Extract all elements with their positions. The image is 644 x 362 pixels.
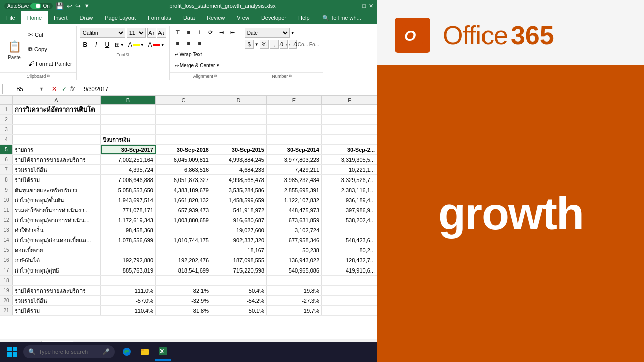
cell[interactable]: 1,458,599,659 <box>211 195 267 205</box>
borders-dropdown[interactable]: ▼ <box>120 43 124 47</box>
number-format-dropdown[interactable]: ▼ <box>291 31 295 35</box>
cell[interactable]: 110.4% <box>101 306 156 315</box>
row-number[interactable]: 12 <box>0 215 13 225</box>
format-painter-button[interactable]: 🖌 Format Painter <box>27 60 73 68</box>
highlight-dropdown[interactable]: ▼ <box>140 43 144 47</box>
cell[interactable] <box>211 115 267 124</box>
restore-btn[interactable]: □ <box>362 3 366 9</box>
font-size-select[interactable]: 11 <box>127 28 146 38</box>
cell[interactable]: 673,631,859 <box>267 215 322 225</box>
customize-icon[interactable]: ▼ <box>84 3 90 9</box>
cell[interactable] <box>322 115 377 124</box>
cell[interactable]: 81.8% <box>156 306 211 315</box>
cell[interactable]: 5,058,553,650 <box>101 185 156 195</box>
row-number[interactable]: 14 <box>0 235 13 245</box>
cell[interactable]: 50.4% <box>211 286 267 295</box>
col-header-d[interactable]: D <box>211 96 267 104</box>
tab-formulas[interactable]: Formulas <box>142 11 177 24</box>
cell[interactable]: 916,680,687 <box>211 215 267 225</box>
taskbar-edge-icon[interactable] <box>119 343 135 361</box>
cell[interactable]: 10,221,1... <box>322 165 377 174</box>
row-number[interactable]: 7 <box>0 165 13 174</box>
merge-center-button[interactable]: ⇔ Merge & Center ▼ <box>173 60 222 70</box>
cell[interactable]: 3,977,803,223 <box>267 155 322 164</box>
cell[interactable]: 1,078,556,699 <box>101 235 156 245</box>
row-number[interactable]: 15 <box>0 245 13 255</box>
row-number[interactable]: 19 <box>0 286 13 295</box>
cell[interactable] <box>156 225 211 235</box>
tab-tell-me[interactable]: 🔍 Tell me wh... <box>316 11 367 24</box>
cell[interactable]: -27.3% <box>267 296 322 305</box>
cell[interactable]: 1,943,697,514 <box>101 195 156 205</box>
cell[interactable]: ปีงบการเงิน <box>101 135 156 144</box>
cell[interactable]: รายได้จากการขายและบริการ <box>13 155 101 164</box>
font-expand-icon[interactable]: ⧉ <box>126 52 129 57</box>
row-number[interactable]: 4 <box>0 135 13 144</box>
cell[interactable] <box>322 225 377 235</box>
italic-button[interactable]: I <box>91 40 101 50</box>
cell[interactable] <box>101 115 156 124</box>
cell[interactable]: 111.0% <box>101 286 156 295</box>
number-format-select[interactable]: Date <box>245 28 290 38</box>
cell[interactable] <box>322 105 377 114</box>
row-number[interactable]: 20 <box>0 296 13 305</box>
underline-button[interactable]: U <box>102 40 112 50</box>
cell[interactable]: รายได้จากการขายและบริการ <box>13 286 101 295</box>
dollar-button[interactable]: $ <box>245 40 254 49</box>
taskbar-search-input[interactable] <box>39 349 99 355</box>
tab-developer[interactable]: Developer <box>255 11 292 24</box>
cell[interactable]: 657,939,473 <box>156 205 211 215</box>
cell[interactable] <box>322 296 377 305</box>
name-box[interactable] <box>2 84 37 94</box>
font-decrease-button[interactable]: A↓ <box>157 28 166 38</box>
cell[interactable]: 1,010,744,175 <box>156 235 211 245</box>
cell[interactable] <box>156 105 211 114</box>
cell[interactable]: 2,855,695,391 <box>267 185 322 195</box>
cell[interactable]: 538,202,4... <box>322 215 377 225</box>
cell[interactable]: 30-Sep-2015 <box>211 145 267 154</box>
font-name-select[interactable]: Calibri <box>80 28 125 38</box>
cell[interactable]: รวมรายได้อื่น <box>13 165 101 174</box>
close-btn[interactable]: ✕ <box>369 3 373 9</box>
row-number[interactable]: 8 <box>0 175 13 185</box>
cell[interactable] <box>322 306 377 315</box>
cell[interactable]: 936,189,4... <box>322 195 377 205</box>
cell[interactable]: 6,863,516 <box>156 165 211 174</box>
cell[interactable]: 6,045,009,811 <box>156 155 211 164</box>
cell[interactable]: รายได้รวม <box>13 175 101 185</box>
cell[interactable]: 30-Sep-2014 <box>267 145 322 154</box>
cell[interactable]: ค่าใช้จ่ายอื่น <box>13 225 101 235</box>
cell[interactable]: 192,202,476 <box>156 255 211 265</box>
cell[interactable] <box>322 276 377 285</box>
cell[interactable]: 1,661,820,132 <box>156 195 211 205</box>
cell[interactable]: รายการ <box>13 145 101 154</box>
redo-icon[interactable]: ↪ <box>75 2 81 10</box>
cell[interactable]: รายได้รวม <box>13 306 101 315</box>
cell[interactable] <box>13 135 101 144</box>
cell[interactable]: กำไร(ขาดทุน)ขั้นต้น <box>13 195 101 205</box>
taskbar-excel-icon[interactable]: X <box>155 343 171 361</box>
cell[interactable]: 187,098,555 <box>211 255 267 265</box>
cell[interactable] <box>101 125 156 134</box>
cell[interactable] <box>267 135 322 144</box>
font-color-button[interactable]: A ▼ <box>147 40 166 50</box>
cell[interactable]: 4,395,724 <box>101 165 156 174</box>
dollar-dropdown[interactable]: ▼ <box>255 42 259 47</box>
copy-button[interactable]: ⧉ Copy <box>27 45 73 53</box>
cell[interactable]: 4,993,884,245 <box>211 155 267 164</box>
cell[interactable]: 3,102,724 <box>267 225 322 235</box>
cell[interactable]: กำไร(ขาดทุน)สุทธิ <box>13 265 101 275</box>
autosave-indicator[interactable]: AutoSave On <box>4 3 53 9</box>
cell[interactable] <box>267 105 322 114</box>
cell[interactable]: 136,943,022 <box>267 255 322 265</box>
cell[interactable]: รวมรายได้อื่น <box>13 296 101 305</box>
cell[interactable]: กำไร(ขาดทุน)จากการดำเนิน... <box>13 215 101 225</box>
cell[interactable]: 50.1% <box>211 306 267 315</box>
cell[interactable]: -54.2% <box>211 296 267 305</box>
decrease-decimal-button[interactable]: ←.0 <box>289 40 297 49</box>
row-number[interactable]: 5 <box>0 145 13 154</box>
minimize-btn[interactable]: ─ <box>356 3 360 9</box>
cell[interactable]: 192,792,880 <box>101 255 156 265</box>
cell[interactable]: 18,167 <box>211 245 267 255</box>
cell[interactable]: การวิเคราะห์อัตราการเติบโต <box>13 105 101 114</box>
